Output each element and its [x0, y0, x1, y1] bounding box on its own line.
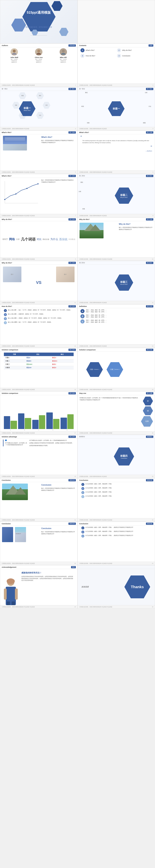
conc-brochure: 内容说明文字 [2, 527, 26, 543]
author-name-3: Mike Hill [56, 57, 71, 58]
conc-l2-footer: 订阅我们的讲座，讲座日期和讲座机构 作品来源 作品来源 23 [0, 562, 77, 565]
author-2: Chris Ann 输入一些支持内容的文字描述性文字 [31, 48, 46, 63]
conc-list2-title: Conclusion [79, 523, 88, 525]
person-silhouette [3, 578, 19, 605]
thanks-header [78, 565, 155, 569]
main-hex-label: 标题一 What's this? [24, 106, 31, 111]
row4-col1: 方案四 [4, 366, 25, 369]
whats-chart-footer: 订阅我们的讲座，讲座日期和讲座机构 作品来源 作品来源 7 [0, 214, 77, 217]
why-photo-section: 第二分组 [146, 218, 153, 220]
svg-point-4 [62, 50, 65, 53]
title-slide: 515ppt通用模版 使用好服的蓝色、漂亮的圆角六边形 ————————————… [0, 0, 77, 43]
conc-num-3: 3 [81, 491, 84, 494]
content-num-3: 3 [80, 54, 84, 58]
hex3-header: 第三部分 第三部分 [78, 261, 155, 265]
conc-list2-header: Conclusion 第四分组 [78, 522, 155, 526]
why-photo-header: Why do this? 第二分组 [78, 218, 155, 221]
step-one-title: Step one [79, 392, 86, 394]
why-wc-header: Why do this? 第二分组 [0, 218, 77, 221]
bar-3-2 [39, 415, 45, 429]
whats-book-slide: What's this? 第一分组 What's this? 输入一些支持内容的… [0, 130, 77, 174]
main-title: 515ppt通用模版 [0, 10, 77, 15]
hex2-right-slide: 第二部分 第二部分 标题二 Why do this? 测试 分析 实验 订阅我们… [77, 174, 155, 217]
why-photo-footer: 订阅我们的讲座，讲座日期和讲座机构 作品来源 作品来源 10 [78, 257, 155, 261]
avatar-mike [59, 48, 67, 56]
content-item-1: 1 What's this? [80, 48, 115, 52]
svg-point-5 [61, 53, 66, 55]
authors-footer-text: 订阅我们的讲座，讲座日期和讲座机构 作品来源 作品来源 [2, 84, 35, 86]
bar-group-4: D [46, 409, 59, 431]
sol-table-section: 第三分组 [69, 349, 76, 351]
conc2-text-2: 从几点内容的（建议）说明，例如说明（可能），描述性文字描述性文字描述性文字 [85, 530, 133, 532]
sol-adv-section: 第三分组 [69, 436, 76, 438]
bar-5-1 [60, 417, 67, 429]
hex1-right-header: 第一部分 第一部分 [78, 87, 155, 91]
conc-item-3: 3 从几点内容的（建议）说明，例如说明（可能） [81, 491, 152, 494]
main-hex-4: 标题四 Conclusion [114, 447, 134, 465]
comparison-table: 方案 优点 缺点 方案A 优点A 缺点A 方案二 优点BC 缺点BA [4, 352, 74, 369]
conc-item-4: 4 从几点内容的（建议）说明，例如说明（可能） [81, 495, 152, 498]
thanks-footer: 订阅我们的讲座，讲座日期和讲座机构 作品来源 作品来源 26 [78, 605, 155, 609]
sol-hex-section: 第三分组 [146, 349, 153, 351]
conclusion-photo-slide: Conclusion 第四分组 Conclusion 输入一些支持内容的文字描述… [0, 478, 77, 522]
svg-rect-14 [4, 589, 7, 599]
conc2-text-1: 从几点内容的（建议）说明，例如说明（可能），描述性文字描述性文字描述性文字 [85, 526, 133, 528]
conc-text-1: 从几点内容的（建议）说明，例如说明（可能） [85, 483, 112, 485]
bar-label-2: B [24, 429, 25, 431]
conclusion-list-slide: Conclusion 第四分组 1 从几点内容的（建议）说明，例如说明（可能） … [77, 478, 155, 522]
why-wc-section: 第二分组 [69, 218, 76, 220]
conc-l2-body: Conclusion 输入一些支持内容的文字描述性文字描述性文字描述性文字描述性… [41, 527, 75, 535]
row4-col2: 优点AD [25, 366, 51, 369]
contents-footer-text: 订阅我们的讲座，讲座日期和讲座机构 作品来源 作品来源 [79, 84, 112, 86]
h2-node3: 实验 [82, 208, 85, 210]
bar-label-3: C [38, 429, 39, 431]
bar-group-2: B [18, 409, 31, 431]
sol-table-footer: 订阅我们的讲座，讲座日期和讲座机构 作品来源 作品来源 15 [0, 388, 77, 391]
svg-point-1 [12, 53, 17, 55]
hex1-right-tag: 第一部分 [146, 88, 153, 90]
hex1-left-header: 第一部分 第一部分 [0, 87, 77, 91]
row3-col2: 优点ABC [25, 363, 51, 366]
def-text-alpha: 初定一（框起）确定一格（持等）；初定一（框起）确定一格（持等）； [86, 309, 107, 313]
author-desc-1: 输入一些支持内容的文字描述性文字 [7, 59, 22, 63]
author-name-1: John Wall [7, 57, 22, 58]
word-6: 因此比较 [43, 238, 49, 241]
step-one-footer: 订阅我们的讲座，讲座日期和讲座机构 作品来源 作品来源 18 [78, 431, 155, 435]
bars-5 [60, 409, 74, 429]
conc-list-footer: 订阅我们的讲座，讲座日期和讲座机构 作品来源 作品来源 22 [78, 518, 155, 522]
quote-text: The method proposed in this paper aims t… [82, 140, 152, 144]
svg-rect-16 [7, 601, 10, 605]
conc-photo-footer: 订阅我们的讲座，讲座日期和讲座机构 作品来源 作品来源 21 [0, 518, 77, 522]
why-wc-title: Why do this? [2, 218, 12, 220]
def-row-beta: β 初定一（框起）确定一格（持等）；初定一（框起）确定一格（持等）； [80, 314, 152, 318]
hex1-right-label: 标题一 [113, 107, 120, 110]
svg-point-0 [13, 50, 16, 53]
how-steps-footer: 订阅我们的讲座，讲座日期和讲座机构 作品来源 作品来源 13 [0, 344, 77, 348]
content-num-2: 2 [117, 48, 121, 52]
whats-quote-header: What's this? 第一分组 [78, 131, 155, 134]
content-num-1: 1 [80, 48, 84, 52]
sol-table-header: Solution comparison 第三分组 [0, 348, 77, 352]
node-text-3: 研究 [81, 105, 84, 107]
hex4-section: 第四部分 [79, 436, 85, 438]
hex2-section: 第二部分 [79, 175, 85, 177]
def-text-gamma: 初定一（框起）确定一格（持等）；初定一（框起）确定一格（持等）； [86, 319, 107, 323]
book-lines [5, 137, 25, 149]
word-1: 有利于 [2, 238, 8, 241]
table-row-3: 方案三 优点ABC 缺点C [4, 363, 74, 366]
node-text-4: 讨论 [149, 105, 151, 107]
bar-chart-container: A B C [3, 397, 75, 431]
hex2-footer: 订阅我们的讲座，讲座日期和讲座机构 作品来源 8 [78, 214, 155, 217]
step-hex-1: 密 [143, 397, 153, 405]
table-content: 方案 优点 缺点 方案A 优点A 缺点A 方案二 优点BC 缺点BA [0, 348, 77, 373]
bar-group-1: A [4, 409, 17, 431]
conc-num-2: 2 [81, 487, 84, 490]
svg-point-18 [7, 579, 15, 584]
authors-header: Authors 开学分组 [0, 44, 77, 47]
ack-header: Acknowledgement 致谢 [0, 565, 77, 569]
hex1-footer: 订阅我们的讲座，讲座日期和讲座机构 作品来源 3 [0, 127, 77, 130]
authors-footer: 订阅我们的讲座，讲座日期和讲座机构 作品来源 作品来源 1 [0, 84, 77, 87]
slide-footer-line: ————————————— [0, 35, 77, 36]
body-title: What's this? [41, 136, 75, 138]
row4-col3: 缺点D [51, 366, 74, 369]
